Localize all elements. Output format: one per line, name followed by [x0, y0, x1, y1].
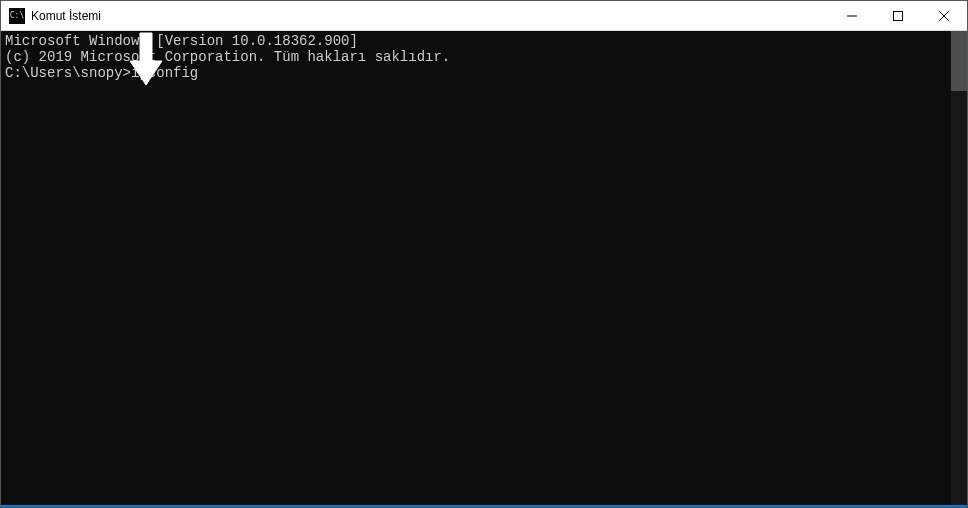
- maximize-icon: [893, 11, 903, 21]
- scrollbar-thumb[interactable]: [951, 31, 967, 91]
- taskbar-strip: [1, 505, 967, 507]
- close-button[interactable]: [921, 1, 967, 30]
- minimize-button[interactable]: [829, 1, 875, 30]
- window-controls: [829, 1, 967, 30]
- terminal-area[interactable]: Microsoft Windows [Version 10.0.18362.90…: [1, 31, 967, 505]
- maximize-button[interactable]: [875, 1, 921, 30]
- close-icon: [939, 11, 949, 21]
- titlebar[interactable]: C:\ Komut İstemi: [1, 1, 967, 31]
- command-prompt-window: C:\ Komut İstemi Microsoft Windows [: [0, 0, 968, 508]
- svg-rect-1: [894, 11, 903, 20]
- minimize-icon: [847, 11, 857, 21]
- arrow-annotation-icon: [126, 31, 166, 95]
- window-title: Komut İstemi: [31, 9, 829, 23]
- vertical-scrollbar[interactable]: [951, 31, 967, 505]
- terminal-prompt: C:\Users\snopy>: [5, 65, 131, 81]
- app-icon: C:\: [9, 8, 25, 24]
